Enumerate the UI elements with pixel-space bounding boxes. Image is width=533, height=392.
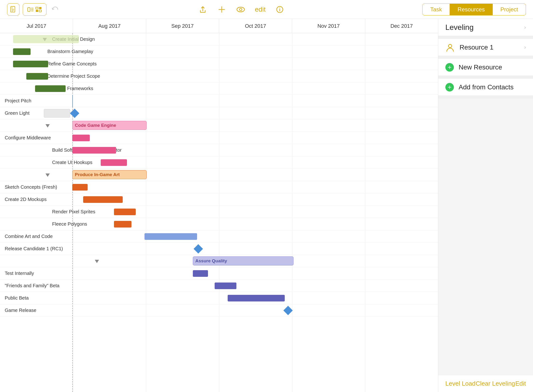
bar-mockups[interactable] bbox=[83, 196, 122, 203]
bar-evaluate[interactable] bbox=[35, 85, 66, 92]
label-sprites: Render Pixel Sprites bbox=[50, 209, 95, 215]
add-contacts-row[interactable]: + Add from Contacts bbox=[438, 79, 533, 96]
new-resource-icon[interactable]: + bbox=[445, 63, 454, 72]
bar-assure-quality[interactable]: Assure Quality bbox=[193, 257, 293, 266]
row-green-light[interactable]: Green Light bbox=[0, 107, 438, 119]
row-refine[interactable]: Refine Game Concepts bbox=[0, 58, 438, 70]
tab-group: Task Resources Project bbox=[422, 4, 526, 15]
svg-rect-9 bbox=[36, 7, 38, 9]
toolbar: edit Task Resources Project bbox=[0, 0, 533, 19]
month-sep: Sep 2017 bbox=[146, 19, 219, 33]
label-determine: Determine Project Scope bbox=[45, 74, 100, 79]
rc1-diamond[interactable] bbox=[194, 244, 203, 254]
panel-divider-4 bbox=[438, 96, 533, 98]
leveling-chevron: › bbox=[524, 24, 526, 31]
bar-test-internally[interactable] bbox=[193, 270, 208, 277]
row-test-internally[interactable]: Test Internally bbox=[0, 267, 438, 280]
row-assure-quality[interactable]: Assure Quality bbox=[0, 255, 438, 267]
bar-polygons[interactable] bbox=[114, 221, 131, 228]
label-ui-hookups: Create UI Hookups bbox=[50, 160, 92, 165]
label-public-beta: Public Beta bbox=[2, 295, 29, 301]
document-icon-btn[interactable] bbox=[7, 3, 19, 16]
bar-in-game-art[interactable]: Produce In-Game Art bbox=[72, 170, 147, 179]
level-load-btn[interactable]: Level Load bbox=[445, 380, 475, 387]
month-nov: Nov 2017 bbox=[292, 19, 365, 33]
tab-task[interactable]: Task bbox=[422, 4, 450, 15]
label-configure-middleware: Configure Middleware bbox=[2, 135, 51, 140]
row-create-initial-design[interactable]: Create Initial Design bbox=[0, 33, 438, 46]
info-btn[interactable] bbox=[275, 5, 284, 14]
bar-configure[interactable] bbox=[72, 135, 90, 141]
row-ui-hookups[interactable]: Create UI Hookups bbox=[0, 156, 438, 169]
bar-sprites[interactable] bbox=[114, 209, 136, 215]
svg-point-15 bbox=[237, 7, 245, 12]
view-btn[interactable] bbox=[236, 5, 246, 14]
svg-point-16 bbox=[240, 8, 242, 11]
group-bar-create-initial-design bbox=[13, 35, 79, 43]
add-contacts-label: Add from Contacts bbox=[459, 84, 514, 91]
tab-project[interactable]: Project bbox=[492, 4, 526, 15]
row-in-game-art[interactable]: Produce In-Game Art bbox=[0, 169, 438, 181]
share-btn[interactable] bbox=[198, 5, 208, 14]
row-game-release[interactable]: Game Release bbox=[0, 304, 438, 317]
code-engine-label: Code Game Engine bbox=[75, 123, 116, 128]
row-determine[interactable]: Determine Project Scope bbox=[0, 70, 438, 83]
panel-divider-2 bbox=[438, 56, 533, 59]
leveling-header[interactable]: Leveling › bbox=[438, 19, 533, 36]
row-brainstorm[interactable]: Brainstorm Gameplay bbox=[0, 46, 438, 58]
row-code-game-engine[interactable]: Code Game Engine bbox=[0, 119, 438, 132]
new-resource-label: New Resource bbox=[459, 64, 502, 71]
game-release-diamond[interactable] bbox=[283, 306, 293, 315]
resource1-left: Resource 1 bbox=[445, 43, 493, 52]
quality-label: Assure Quality bbox=[195, 258, 227, 264]
row-configure-middleware[interactable]: Configure Middleware bbox=[0, 132, 438, 144]
month-aug: Aug 2017 bbox=[73, 19, 146, 33]
gantt-body[interactable]: Create Initial Design Brainstorm Gamepla… bbox=[0, 33, 438, 392]
bar-brainstorm[interactable] bbox=[13, 48, 31, 55]
edit-btn[interactable]: edit bbox=[255, 6, 266, 13]
svg-rect-10 bbox=[36, 10, 38, 12]
row-sketch[interactable]: Sketch Concepts (Fresh) bbox=[0, 181, 438, 193]
resource1-chevron: › bbox=[524, 44, 526, 51]
panel-divider-1 bbox=[438, 36, 533, 39]
label-sketch: Sketch Concepts (Fresh) bbox=[2, 184, 57, 190]
collapse-code-engine[interactable] bbox=[46, 124, 50, 127]
undo-btn[interactable] bbox=[50, 4, 60, 15]
footer-edit-btn[interactable]: Edit bbox=[515, 380, 526, 387]
resource1-row[interactable]: Resource 1 › bbox=[438, 39, 533, 56]
bar-code-game-engine[interactable]: Code Game Engine bbox=[72, 121, 147, 130]
row-project-pitch[interactable]: Project Pitch bbox=[0, 95, 438, 107]
collapse-quality[interactable] bbox=[95, 260, 99, 263]
row-physics[interactable]: Build Software Physics Simulator bbox=[0, 144, 438, 156]
row-evaluate[interactable]: Evaluate Frameworks bbox=[0, 83, 438, 95]
row-rc1[interactable]: Release Candidate 1 (RC1) bbox=[0, 243, 438, 255]
bar-combine[interactable] bbox=[144, 233, 197, 240]
art-label: Produce In-Game Art bbox=[75, 172, 120, 177]
bar-public-beta[interactable] bbox=[228, 295, 284, 301]
green-light-diamond[interactable] bbox=[70, 108, 80, 118]
row-mockups[interactable]: Create 2D Mockups bbox=[0, 193, 438, 206]
clear-leveling-btn[interactable]: Clear Leveling bbox=[476, 380, 515, 387]
bar-refine[interactable] bbox=[13, 61, 48, 67]
bar-determine[interactable] bbox=[26, 73, 48, 80]
row-ffbeta[interactable]: "Friends and Family" Beta bbox=[0, 280, 438, 292]
row-public-beta[interactable]: Public Beta bbox=[0, 292, 438, 304]
add-contacts-icon[interactable]: + bbox=[445, 83, 454, 92]
label-brainstorm: Brainstorm Gameplay bbox=[45, 49, 93, 54]
row-sprites[interactable]: Render Pixel Sprites bbox=[0, 206, 438, 218]
row-polygons[interactable]: Fleece Polygons bbox=[0, 218, 438, 230]
view-toggle-btn[interactable] bbox=[23, 3, 46, 16]
new-resource-row[interactable]: + New Resource bbox=[438, 59, 533, 76]
tab-resources[interactable]: Resources bbox=[450, 4, 493, 15]
row-combine[interactable]: Combine Art and Code bbox=[0, 230, 438, 243]
add-btn[interactable] bbox=[217, 5, 227, 14]
bar-sketch[interactable] bbox=[72, 184, 88, 191]
label-mockups: Create 2D Mockups bbox=[2, 197, 47, 202]
bar-ffbeta[interactable] bbox=[215, 283, 236, 289]
toolbar-left bbox=[7, 3, 60, 16]
bar-ui-hookups[interactable] bbox=[101, 159, 127, 166]
month-jul: Jul 2017 bbox=[0, 19, 73, 33]
label-project-pitch: Project Pitch bbox=[2, 98, 31, 103]
collapse-art[interactable] bbox=[46, 173, 50, 177]
bar-physics[interactable] bbox=[72, 147, 116, 154]
